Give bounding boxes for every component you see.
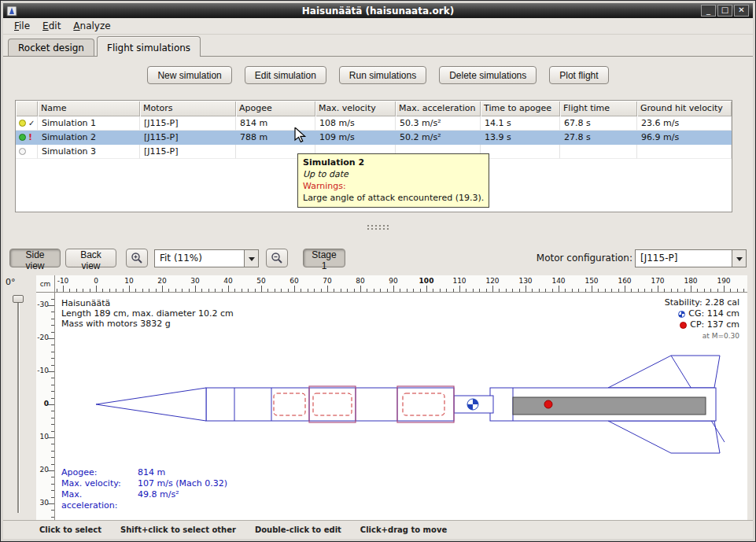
minimize-button[interactable]: _ [701,5,716,17]
motor[interactable] [513,397,706,415]
split-pane-divider[interactable] [3,222,753,233]
motor-configuration-select[interactable]: [J115-P] [635,249,747,267]
flight-info-value: 49.8 m/s² [138,489,227,511]
table-cell: 27.8 s [560,131,637,145]
zoom-select-value: Fit (11%) [155,250,244,267]
cp-value: CP: 137 cm [690,319,739,330]
design-info: Haisunäätä Length 189 cm, max. diameter … [61,298,234,329]
column-header-status[interactable] [16,101,38,116]
column-header-apogee[interactable]: Apogee [236,101,315,116]
delete-simulations-button[interactable]: Delete simulations [439,66,537,84]
tab-strip: Rocket designFlight simulations [8,36,203,57]
flight-info: Apogee:814 mMax. velocity:107 m/s (Mach … [61,467,227,511]
zoom-select-arrow[interactable] [244,250,258,267]
cp-icon [680,322,687,329]
table-cell: [J115-P] [140,131,236,145]
edit-simulation-button[interactable]: Edit simulation [245,66,326,84]
rotation-slider-thumb[interactable] [13,295,24,303]
status-bar: Click to selectShift+click to select oth… [3,520,753,539]
menu-analyze[interactable]: Analyze [67,18,116,34]
flight-info-value: 107 m/s (Mach 0.32) [138,478,227,489]
zoom-out-button[interactable] [266,249,288,267]
chevron-down-icon [736,257,743,264]
status-hint: Click to select [39,525,101,534]
stage-1-button[interactable]: Stage 1 [303,249,345,267]
warning-icon: ! [28,132,32,142]
table-cell: 14.1 s [481,116,560,131]
fin-bottom[interactable] [608,421,720,453]
table-cell [637,145,732,159]
rocket-name: Haisunäätä [61,298,234,308]
motor-select-arrow[interactable] [732,250,746,267]
status-ball-icon [19,134,26,141]
tab-rocket-design[interactable]: Rocket design [8,39,94,56]
cg-value: CG: 114 cm [688,308,739,319]
table-row[interactable]: !Simulation 2[J115-P]788 m109 m/s50.2 m/… [16,131,732,145]
table-cell: Simulation 2 [38,131,140,145]
maximize-button[interactable]: □ [717,5,732,17]
top-ruler: -100102030405060708090100110120130140150… [55,275,747,293]
table-cell [560,145,637,159]
cg-symbol [467,399,478,410]
table-cell: 50.2 m/s² [396,131,481,145]
menu-bar: FileEditAnalyze [3,18,753,35]
rocket-view-canvas[interactable]: Haisunäätä Length 189 cm, max. diameter … [55,293,747,520]
table-cell: Simulation 1 [38,116,140,131]
rotation-slider-track[interactable] [17,299,19,513]
status-ball-icon [19,120,26,127]
table-body: ✓Simulation 1[J115-P]814 m108 m/s50.3 m/… [16,116,732,159]
menu-file[interactable]: File [8,18,36,34]
column-header-max-velocity[interactable]: Max. velocity [315,101,396,116]
zoom-select[interactable]: Fit (11%) [154,249,259,267]
new-simulation-button[interactable]: New simulation [147,66,231,84]
table-cell: [J115-P] [140,145,236,159]
table-row[interactable]: ✓Simulation 1[J115-P]814 m108 m/s50.3 m/… [16,116,732,131]
title-bar[interactable]: Haisunäätä (haisunaata.ork) _ □ ✕ [3,3,753,18]
fin-top[interactable] [608,356,720,388]
column-header-name[interactable]: Name [38,101,140,116]
zoom-in-icon [131,252,143,264]
side-view-button[interactable]: Side view [9,249,61,267]
table-cell: 96.9 m/s [637,131,732,145]
zoom-out-icon [271,252,283,264]
rotation-angle-label: 0° [6,277,16,287]
window-title: Haisunäätä (haisunaata.ork) [302,6,454,17]
tooltip-state: Up to date [303,168,484,180]
column-header-time-to-apogee[interactable]: Time to apogee [481,101,560,116]
tab-flight-simulations[interactable]: Flight simulations [97,36,201,57]
left-ruler: -30-20-100102030 [36,293,55,520]
column-header-motors[interactable]: Motors [140,101,236,116]
ruler-unit-label: cm [36,275,55,293]
tooltip: Simulation 2 Up to date Warnings: Large … [297,153,489,208]
simulation-toolbar: New simulationEdit simulationRun simulat… [3,66,753,84]
back-view-button[interactable]: Back view [65,249,116,267]
column-header-ground-hit-velocity[interactable]: Ground hit velocity [637,101,732,116]
table-cell [481,145,560,159]
flight-info-label: Apogee: [61,467,138,478]
window-icon [6,6,17,17]
cg-icon [678,311,685,318]
menu-edit[interactable]: Edit [36,18,67,34]
status-cell: ! [16,131,38,145]
mach-condition: at M=0.30 [665,330,739,341]
table-cell: 13.9 s [481,131,560,145]
status-hint: Shift+click to select other [120,525,236,534]
table-cell: 67.8 s [560,116,637,131]
zoom-in-button[interactable] [126,249,148,267]
stability-info: Stability: 2.28 cal CG: 114 cm CP: 137 c… [665,297,739,341]
column-header-flight-time[interactable]: Flight time [560,101,637,116]
flight-info-value: 814 m [138,467,227,478]
table-cell: 50.3 m/s² [396,116,481,131]
tooltip-warnings-label: Warnings: [303,180,484,192]
plot-flight-button[interactable]: Plot flight [549,66,608,84]
run-simulations-button[interactable]: Run simulations [339,66,426,84]
status-cell [16,145,38,159]
close-button[interactable]: ✕ [734,5,749,17]
nose-cone[interactable] [96,388,206,421]
table-cell: Simulation 3 [38,145,140,159]
upper-body-tube[interactable] [206,388,454,421]
tooltip-title: Simulation 2 [303,157,484,168]
motor-configuration-value: [J115-P] [636,250,732,267]
column-header-max-acceleration[interactable]: Max. acceleration [396,101,481,116]
check-icon: ✓ [28,119,35,127]
